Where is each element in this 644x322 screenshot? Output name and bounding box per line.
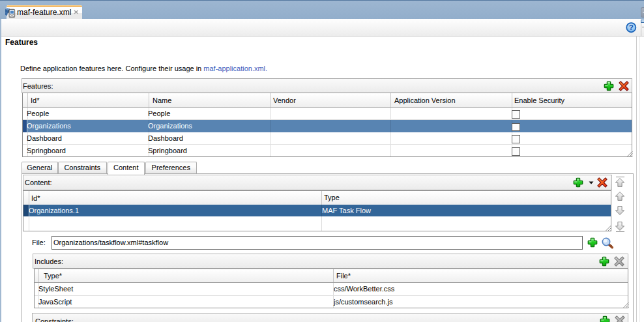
svg-text:?: ?: [629, 23, 634, 31]
